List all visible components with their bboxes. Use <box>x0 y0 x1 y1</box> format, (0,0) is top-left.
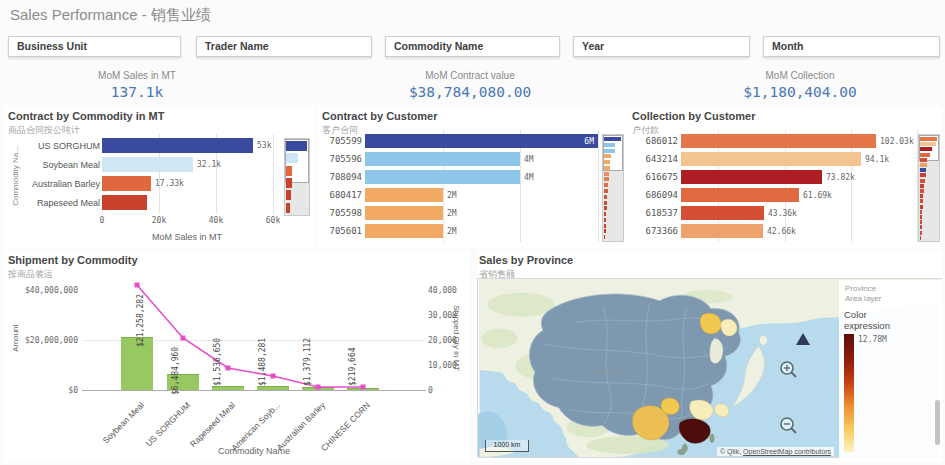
value-label: 32.1k <box>197 160 221 169</box>
bar[interactable] <box>681 134 876 148</box>
bar[interactable] <box>365 134 598 148</box>
category-label[interactable]: 686094 <box>628 190 678 200</box>
value-label: 2M <box>447 191 457 200</box>
bar[interactable] <box>681 206 764 220</box>
map-legend: Province Area layer Color expression 12.… <box>839 280 942 458</box>
minimap-bar <box>920 158 927 162</box>
line-point[interactable] <box>271 374 276 379</box>
bar[interactable] <box>102 195 147 210</box>
bar[interactable] <box>681 224 763 238</box>
map-hokkaido <box>759 335 767 345</box>
legend-scrollbar[interactable] <box>935 400 940 445</box>
kpi-value: 137.1k <box>27 84 247 100</box>
filter-business-unit[interactable]: Business Unit <box>8 36 181 57</box>
filter-trader-name[interactable]: Trader Name <box>196 36 372 57</box>
minimap-bar <box>920 199 923 203</box>
filter-commodity-name[interactable]: Commodity Name <box>385 36 560 57</box>
bar[interactable] <box>365 206 443 220</box>
bar[interactable] <box>365 152 520 166</box>
bar[interactable] <box>681 170 822 184</box>
attribution-link[interactable]: OpenStreetMap contributors <box>743 448 831 455</box>
axis-tick-label: 40k <box>201 216 231 225</box>
category-label[interactable]: Rapeseed Meal <box>4 198 100 208</box>
category-label[interactable]: 643214 <box>628 154 678 164</box>
right-axis-tick: 0 <box>428 386 464 395</box>
bar[interactable] <box>681 188 799 202</box>
category-label[interactable]: 686012 <box>628 136 678 146</box>
minimap-bar <box>920 184 924 188</box>
minimap-bar <box>604 183 608 187</box>
line-point[interactable] <box>226 366 231 371</box>
point-label: $1,536,650 <box>213 333 223 386</box>
bar[interactable] <box>365 188 443 202</box>
minimap-bar <box>920 210 922 214</box>
chart-minimap[interactable] <box>602 134 624 242</box>
kpi-mom-collection: MoM Collection $1,180,404.00 <box>690 70 910 100</box>
kpi-label: MoM Sales in MT <box>27 70 247 81</box>
category-label[interactable]: 705601 <box>318 226 362 236</box>
point-label: $1,379,112 <box>303 333 313 386</box>
minimap-bar <box>604 224 606 228</box>
bar[interactable] <box>102 157 193 172</box>
bar[interactable] <box>347 388 379 390</box>
filter-month[interactable]: Month <box>763 36 940 57</box>
chart-minimap[interactable] <box>284 138 310 216</box>
value-label: 53k <box>257 141 271 150</box>
map-attribution: © Qlik, OpenStreetMap contributors <box>717 447 834 456</box>
value-label: 2M <box>447 227 457 236</box>
category-label[interactable]: Australian Barley <box>4 179 100 189</box>
category-label[interactable]: 673366 <box>628 226 678 236</box>
legend-color-title: Color expression <box>844 309 904 331</box>
bar[interactable] <box>302 387 334 390</box>
chart-contract-by-customer: Contract by Customer 客户合同 7055996M705596… <box>318 106 628 248</box>
zoom-in-icon[interactable] <box>779 360 799 384</box>
category-label[interactable]: US SORGHUM <box>4 141 100 151</box>
bar[interactable] <box>257 386 289 390</box>
bar[interactable] <box>365 224 443 238</box>
bar[interactable] <box>102 138 253 153</box>
category-label[interactable]: 680417 <box>318 190 362 200</box>
map-scale-bar: 1000 km <box>485 440 529 452</box>
category-label[interactable]: 705598 <box>318 208 362 218</box>
chart-contract-by-commodity: Contract by Commodity in MT 商品合同按公吨计 Com… <box>4 106 314 248</box>
category-label[interactable]: 705599 <box>318 136 362 146</box>
minimap-bar <box>604 160 610 164</box>
bar[interactable] <box>365 170 520 184</box>
minimap-bar <box>920 142 936 146</box>
map-sales-by-province: Sales by Province 省销售额 <box>477 250 942 462</box>
province-highlight-ne1[interactable] <box>700 313 721 334</box>
category-label[interactable]: 708094 <box>318 172 362 182</box>
axis-tick-label: 20k <box>144 216 174 225</box>
zoom-out-icon[interactable] <box>779 416 799 440</box>
chart-minimap[interactable] <box>918 134 940 242</box>
right-axis-tick: 10,000 <box>428 361 464 370</box>
minimap-bar <box>286 190 291 200</box>
map-korea <box>710 338 723 363</box>
kpi-label: MoM Collection <box>690 70 910 81</box>
category-label[interactable]: 705596 <box>318 154 362 164</box>
chart-title: Contract by Customer <box>322 110 438 122</box>
category-label[interactable]: 618537 <box>628 208 678 218</box>
bar[interactable] <box>102 176 151 191</box>
bar[interactable] <box>212 386 244 390</box>
region-label: ASIA <box>596 368 622 375</box>
minimap-bar <box>286 178 292 188</box>
minimap-bar <box>604 177 609 181</box>
filter-year[interactable]: Year <box>573 36 750 57</box>
pan-arrow-icon[interactable] <box>795 332 811 350</box>
legend-max-value: 12.78M <box>858 335 887 344</box>
right-axis-tick: 40,000 <box>428 286 464 295</box>
legend-gradient-bar <box>844 334 854 452</box>
chart-shipment-by-commodity: Shipment by Commodity 按商品装运 Amount Shipp… <box>4 250 470 462</box>
value-label: 2M <box>447 209 457 218</box>
line-point[interactable] <box>135 283 140 288</box>
value-label: 94.1k <box>865 155 889 164</box>
category-label[interactable]: 616675 <box>628 172 678 182</box>
value-label: 42.66k <box>767 227 796 236</box>
province-highlight-east[interactable] <box>633 406 670 440</box>
page-title: Sales Performance - 销售业绩 <box>10 6 211 25</box>
category-label[interactable]: Soybean Meal <box>4 160 100 170</box>
minimap-bar <box>920 236 921 240</box>
bar[interactable] <box>681 152 861 166</box>
minimap-bar <box>604 218 606 222</box>
